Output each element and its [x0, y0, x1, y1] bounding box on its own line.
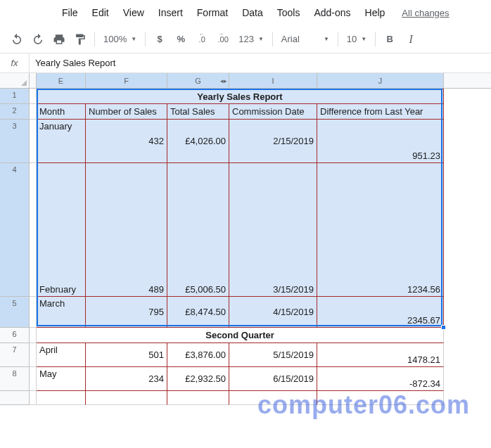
row-header-1[interactable]: 1 — [0, 89, 29, 104]
cell-blank-2[interactable] — [30, 104, 37, 120]
paint-format-button[interactable] — [70, 30, 90, 49]
cell-f9[interactable] — [86, 391, 167, 405]
cell-g3[interactable]: £4,026.00 — [167, 120, 229, 163]
cell-header-month[interactable]: Month — [37, 104, 86, 120]
cell-j8[interactable]: -872.34 — [317, 367, 444, 391]
cell-blank-9[interactable] — [30, 391, 37, 405]
col-header-g[interactable]: G◂▸ — [167, 73, 229, 88]
menu-addons[interactable]: Add-ons — [308, 4, 356, 21]
paint-icon — [74, 33, 87, 46]
cell-g5[interactable]: £8,474.50 — [167, 297, 229, 328]
col-header-f[interactable]: F — [86, 73, 167, 88]
cell-title[interactable]: Yearly Sales Report — [37, 89, 444, 104]
cell-header-diff[interactable]: Difference from Last Year — [317, 104, 444, 120]
cell-g4[interactable]: £5,006.50 — [167, 163, 229, 297]
separator — [145, 32, 146, 46]
cell-j7[interactable]: 1478.21 — [317, 343, 444, 367]
cell-g8[interactable]: £2,932.50 — [167, 367, 229, 391]
selection-handle[interactable] — [441, 325, 446, 330]
cell-header-comm[interactable]: Commission Date — [229, 104, 317, 120]
col-header-j[interactable]: J — [317, 73, 444, 88]
row-header-9[interactable] — [0, 391, 29, 405]
cell-i5[interactable]: 4/15/2019 — [229, 297, 317, 328]
cell-e5[interactable]: March — [37, 297, 86, 328]
col-header-i[interactable]: I — [229, 73, 317, 88]
hidden-col-indicator-icon[interactable]: ◂▸ — [220, 77, 227, 84]
cell-blank-8[interactable] — [30, 367, 37, 391]
cell-blank-1[interactable] — [30, 89, 37, 104]
table-row — [30, 391, 444, 405]
currency-button[interactable]: $ — [150, 30, 170, 49]
cell-blank-4[interactable] — [30, 163, 37, 297]
cell-e3[interactable]: January — [37, 120, 86, 163]
select-all-corner[interactable] — [0, 73, 30, 88]
decrease-decimal-button[interactable]: .0← — [192, 30, 212, 49]
print-icon — [53, 33, 65, 46]
separator — [272, 32, 273, 46]
row-header-2[interactable]: 2 — [0, 104, 29, 120]
zoom-dropdown[interactable]: 100%▼ — [99, 30, 141, 49]
cell-e8[interactable]: May — [37, 367, 86, 391]
menu-help[interactable]: Help — [359, 4, 391, 21]
chevron-down-icon: ▼ — [361, 36, 366, 42]
cell-i4[interactable]: 3/15/2019 — [229, 163, 317, 297]
cell-i3[interactable]: 2/15/2019 — [229, 120, 317, 163]
row-header-8[interactable]: 8 — [0, 367, 29, 391]
cell-e7[interactable]: April — [37, 343, 86, 367]
cell-f3[interactable]: 432 — [86, 120, 167, 163]
cell-e4[interactable]: February — [37, 163, 86, 297]
col-header-blank[interactable] — [30, 73, 37, 88]
menu-edit[interactable]: Edit — [87, 4, 115, 21]
italic-button[interactable]: I — [401, 30, 421, 49]
menu-insert[interactable]: Insert — [153, 4, 189, 21]
cell-blank-3[interactable] — [30, 120, 37, 163]
row-header-6[interactable]: 6 — [0, 328, 29, 343]
cell-f8[interactable]: 234 — [86, 367, 167, 391]
undo-button[interactable] — [7, 30, 27, 49]
cell-blank-7[interactable] — [30, 343, 37, 367]
cell-e9[interactable] — [37, 391, 86, 405]
col-header-e[interactable]: E — [37, 73, 86, 88]
font-size-dropdown[interactable]: 10▼ — [343, 30, 371, 49]
row-header-3[interactable]: 3 — [0, 120, 29, 163]
row-header-4[interactable]: 4 — [0, 163, 29, 297]
cell-second-quarter[interactable]: Second Quarter — [37, 328, 444, 343]
cell-header-total[interactable]: Total Sales — [167, 104, 229, 120]
cell-j3[interactable]: 951.23 — [317, 120, 444, 163]
cell-g9[interactable] — [167, 391, 229, 405]
cell-j9[interactable] — [317, 391, 444, 405]
cell-i8[interactable]: 6/15/2019 — [229, 367, 317, 391]
menu-view[interactable]: View — [117, 4, 150, 21]
cell-blank-5[interactable] — [30, 297, 37, 328]
row-header-5[interactable]: 5 — [0, 297, 29, 328]
menu-format[interactable]: Format — [191, 4, 234, 21]
increase-decimal-button[interactable]: .00→ — [213, 30, 233, 49]
menu-tools[interactable]: Tools — [272, 4, 306, 21]
cell-j4[interactable]: 1234.56 — [317, 163, 444, 297]
cell-f7[interactable]: 501 — [86, 343, 167, 367]
more-formats-dropdown[interactable]: 123▼ — [234, 30, 268, 49]
cell-header-num[interactable]: Number of Sales — [86, 104, 167, 120]
percent-button[interactable]: % — [171, 30, 191, 49]
separator — [375, 32, 376, 46]
toolbar: 100%▼ $ % .0← .00→ 123▼ Arial▼ 10▼ B I — [0, 25, 491, 53]
font-dropdown[interactable]: Arial▼ — [277, 30, 333, 49]
cell-i9[interactable] — [229, 391, 317, 405]
cell-f4[interactable]: 489 — [86, 163, 167, 297]
formula-input[interactable]: Yearly Sales Report — [30, 53, 491, 72]
cell-j5[interactable]: 2345.67 — [317, 297, 444, 328]
chevron-down-icon: ▼ — [131, 36, 136, 42]
menu-data[interactable]: Data — [236, 4, 269, 21]
table-row: Yearly Sales Report — [30, 89, 444, 104]
cell-blank-6[interactable] — [30, 328, 37, 343]
cell-f5[interactable]: 795 — [86, 297, 167, 328]
print-button[interactable] — [49, 30, 69, 49]
bold-button[interactable]: B — [380, 30, 400, 49]
cell-i7[interactable]: 5/15/2019 — [229, 343, 317, 367]
row-header-7[interactable]: 7 — [0, 343, 29, 367]
menu-file[interactable]: File — [56, 4, 84, 21]
all-changes-link[interactable]: All changes — [402, 8, 449, 18]
cell-g7[interactable]: £3,876.00 — [167, 343, 229, 367]
table-row: Second Quarter — [30, 328, 444, 343]
redo-button[interactable] — [28, 30, 48, 49]
